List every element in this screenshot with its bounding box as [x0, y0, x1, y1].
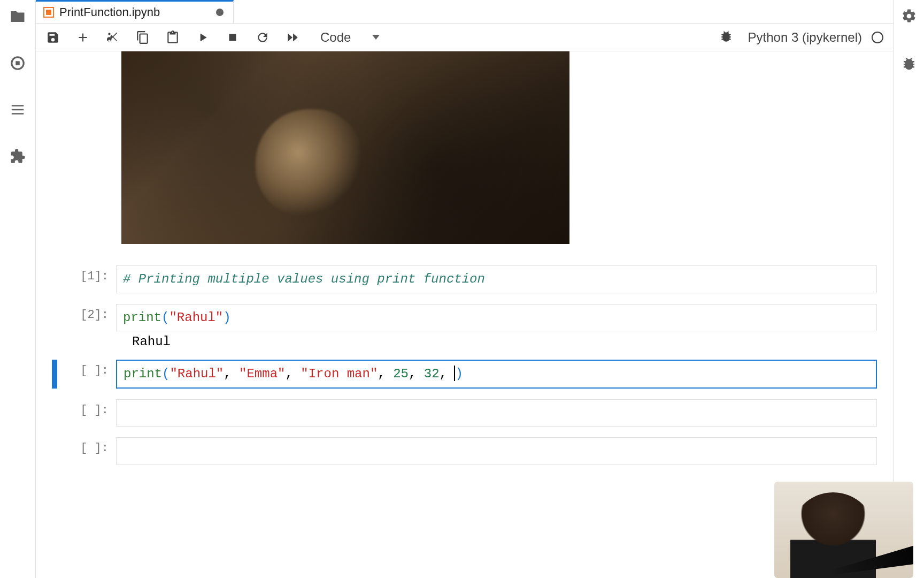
kernel-name: Python 3 (ipykernel) — [748, 30, 862, 45]
kernel-idle-icon — [872, 32, 883, 43]
main-panel: PrintFunction.ipynb Code Python 3 (ipyke… — [36, 0, 893, 578]
tab-title: PrintFunction.ipynb — [59, 5, 160, 19]
extensions-icon[interactable] — [9, 148, 26, 165]
svg-rect-1 — [16, 61, 20, 65]
property-inspector-icon[interactable] — [901, 8, 917, 26]
chevron-down-icon — [372, 35, 380, 40]
code-input[interactable] — [116, 399, 877, 427]
comment-text: # Printing multiple values using print f… — [123, 272, 485, 286]
code-cell[interactable]: [2]: print("Rahul") — [52, 304, 877, 332]
code-input[interactable]: print("Rahul", "Emma", "Iron man", 25, 3… — [116, 360, 877, 389]
code-cell[interactable]: [ ]: — [52, 437, 877, 465]
toc-icon[interactable] — [9, 101, 26, 118]
paste-button[interactable] — [165, 30, 180, 45]
folder-icon[interactable] — [9, 8, 26, 25]
notebook-body[interactable]: [1]: # Printing multiple values using pr… — [36, 51, 893, 578]
code-cell[interactable]: [1]: # Printing multiple values using pr… — [52, 265, 877, 293]
run-all-button[interactable] — [285, 30, 300, 45]
code-input[interactable] — [116, 437, 877, 465]
cell-prompt: [ ]: — [63, 399, 116, 427]
image-output — [121, 51, 569, 244]
run-button[interactable] — [195, 30, 210, 45]
code-cell-active[interactable]: [ ]: print("Rahul", "Emma", "Iron man", … — [52, 360, 877, 389]
add-cell-button[interactable] — [75, 30, 90, 45]
notebook-toolbar: Code Python 3 (ipykernel) — [36, 24, 893, 51]
left-activity-bar — [0, 0, 36, 578]
debugger-icon[interactable] — [901, 56, 917, 74]
cell-type-label: Code — [320, 30, 351, 45]
cell-prompt: [2]: — [63, 304, 116, 332]
debug-button[interactable] — [719, 29, 733, 45]
cell-output: Rahul — [132, 334, 877, 349]
cell-type-select[interactable]: Code — [320, 30, 383, 45]
running-kernels-icon[interactable] — [9, 55, 26, 72]
cell-prompt: [ ]: — [63, 437, 116, 465]
cut-button[interactable] — [105, 30, 120, 45]
code-input[interactable]: # Printing multiple values using print f… — [116, 265, 877, 293]
cell-prompt: [ ]: — [63, 360, 116, 389]
code-input[interactable]: print("Rahul") — [116, 304, 877, 332]
restart-button[interactable] — [255, 30, 270, 45]
notebook-tab[interactable]: PrintFunction.ipynb — [36, 0, 234, 23]
interrupt-button[interactable] — [225, 30, 240, 45]
notebook-icon — [43, 7, 54, 18]
save-button[interactable] — [45, 30, 60, 45]
tab-unsaved-indicator[interactable] — [216, 9, 224, 16]
svg-rect-2 — [229, 34, 236, 41]
code-cell[interactable]: [ ]: — [52, 399, 877, 427]
kernel-selector[interactable]: Python 3 (ipykernel) — [748, 30, 883, 45]
copy-button[interactable] — [135, 30, 150, 45]
tab-bar: PrintFunction.ipynb — [36, 0, 893, 24]
cell-prompt: [1]: — [63, 265, 116, 293]
webcam-overlay — [774, 482, 913, 578]
